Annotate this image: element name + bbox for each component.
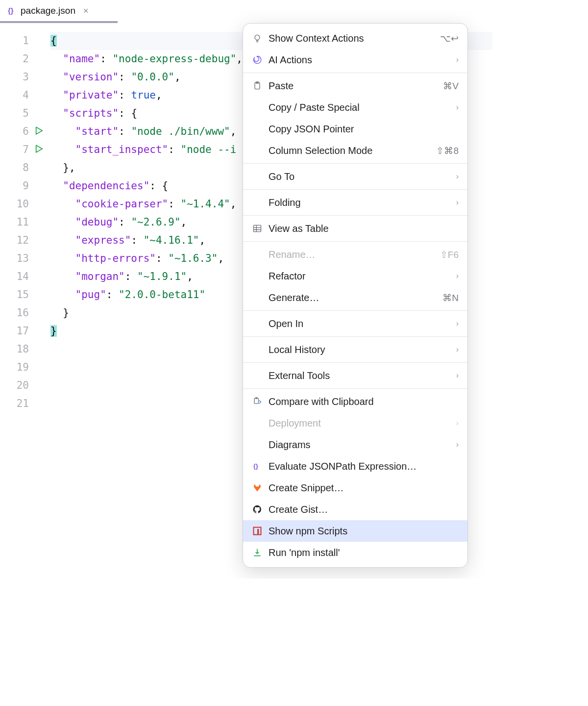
menu-deployment: Deployment › [243, 412, 467, 434]
compare-clipboard-icon [252, 396, 263, 407]
menu-separator [243, 241, 467, 242]
menu-generate[interactable]: Generate… ⌘N [243, 287, 467, 308]
menu-view-as-table[interactable]: View as Table [243, 218, 467, 239]
svg-rect-7 [254, 398, 258, 403]
menu-separator [243, 73, 467, 73]
menu-create-snippet[interactable]: Create Snippet… [243, 477, 467, 499]
line-number: 16 [0, 304, 50, 322]
menu-local-history[interactable]: Local History › [243, 339, 467, 360]
line-number: 6 [0, 123, 50, 141]
menu-separator [243, 310, 467, 311]
line-number: 8 [0, 159, 50, 177]
line-number: 13 [0, 250, 50, 268]
menu-show-npm-scripts[interactable]: Show npm Scripts [243, 520, 467, 542]
lightbulb-icon [252, 33, 263, 44]
svg-rect-11 [257, 529, 259, 534]
tab-bar: {} package.json × [0, 0, 492, 22]
menu-copy-json-pointer[interactable]: Copy JSON Pointer [243, 118, 467, 140]
chevron-right-icon: › [456, 198, 459, 207]
menu-column-selection[interactable]: Column Selection Mode ⇧⌘8 [243, 140, 467, 161]
menu-separator [243, 362, 467, 363]
svg-text:{}: {} [8, 6, 14, 15]
chevron-right-icon: › [456, 319, 459, 328]
line-number: 18 [0, 340, 50, 358]
line-number: 19 [0, 358, 50, 377]
close-icon[interactable]: × [83, 6, 89, 16]
menu-copy-paste-special[interactable]: Copy / Paste Special › [243, 97, 467, 118]
line-number: 15 [0, 286, 50, 304]
gitlab-icon [252, 482, 263, 493]
menu-separator [243, 336, 467, 337]
menu-refactor[interactable]: Refactor › [243, 265, 467, 287]
brace-open: { [50, 35, 57, 47]
line-number: 11 [0, 213, 50, 231]
menu-paste[interactable]: Paste ⌘V [243, 75, 467, 97]
tab-package-json[interactable]: {} package.json × [0, 0, 96, 22]
run-gutter-icon[interactable] [35, 141, 44, 159]
menu-separator [243, 163, 467, 164]
line-number: 9 [0, 177, 50, 195]
download-icon [252, 547, 263, 558]
json-file-icon: {} [8, 6, 17, 15]
menu-create-gist[interactable]: Create Gist… [243, 499, 467, 520]
menu-ai-actions[interactable]: AI Actions › [243, 49, 467, 71]
chevron-right-icon: › [456, 440, 459, 449]
menu-run-npm-install[interactable]: Run 'npm install' [243, 542, 467, 563]
gutter: 1 2 3 4 5 6 7 8 9 10 11 12 13 14 15 16 [0, 22, 50, 579]
svg-marker-2 [36, 145, 43, 152]
line-number: 1 [0, 32, 50, 50]
line-number: 10 [0, 195, 50, 213]
tab-label: package.json [21, 5, 75, 16]
svg-text:{}: {} [253, 462, 258, 470]
menu-evaluate-jsonpath[interactable]: {} Evaluate JSONPath Expression… [243, 455, 467, 477]
menu-diagrams[interactable]: Diagrams › [243, 434, 467, 455]
line-number: 4 [0, 86, 50, 104]
chevron-right-icon: › [456, 172, 459, 181]
line-number: 14 [0, 268, 50, 286]
svg-marker-1 [36, 127, 43, 134]
line-number: 5 [0, 104, 50, 123]
line-number: 2 [0, 50, 50, 68]
menu-separator [243, 215, 467, 216]
menu-external-tools[interactable]: External Tools › [243, 365, 467, 386]
chevron-right-icon: › [456, 272, 459, 280]
line-number: 3 [0, 68, 50, 86]
table-icon [252, 223, 263, 234]
ai-spiral-icon [252, 54, 263, 65]
line-number: 12 [0, 231, 50, 250]
svg-rect-6 [254, 225, 261, 231]
chevron-right-icon: › [456, 103, 459, 112]
line-number: 17 [0, 322, 50, 340]
github-icon [252, 504, 263, 515]
menu-context-actions[interactable]: Show Context Actions ⌥↩ [243, 27, 467, 49]
clipboard-icon [252, 80, 263, 91]
line-number: 20 [0, 377, 50, 395]
menu-separator [243, 388, 467, 389]
menu-folding[interactable]: Folding › [243, 192, 467, 213]
menu-rename: Rename… ⇧F6 [243, 244, 467, 265]
chevron-right-icon: › [456, 55, 459, 64]
npm-icon [252, 526, 263, 536]
svg-point-3 [255, 35, 260, 40]
context-menu: Show Context Actions ⌥↩ AI Actions › Pas… [243, 23, 468, 568]
chevron-right-icon: › [456, 419, 459, 428]
chevron-right-icon: › [456, 345, 459, 354]
menu-open-in[interactable]: Open In › [243, 313, 467, 334]
jsonpath-icon: {} [252, 461, 263, 472]
menu-separator [243, 189, 467, 190]
menu-go-to[interactable]: Go To › [243, 166, 467, 187]
menu-compare-clipboard[interactable]: Compare with Clipboard [243, 391, 467, 412]
brace-close: } [50, 325, 57, 337]
line-number: 21 [0, 395, 50, 413]
line-number: 7 [0, 141, 50, 159]
run-gutter-icon[interactable] [35, 123, 44, 141]
chevron-right-icon: › [456, 371, 459, 380]
